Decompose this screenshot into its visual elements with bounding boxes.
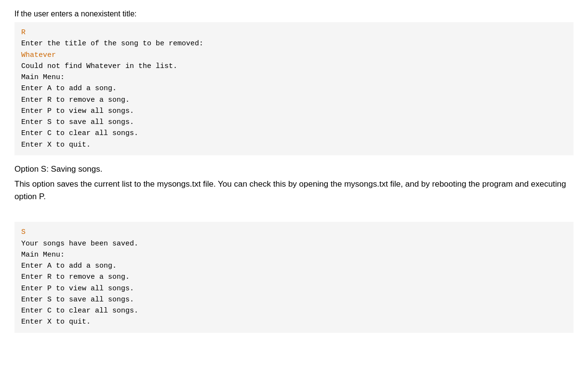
section2-code-enter-s: Enter S to save all songs.: [21, 294, 567, 305]
section1-code-enter-p: Enter P to view all songs.: [21, 106, 567, 117]
section2-code-enter-r: Enter R to remove a song.: [21, 272, 567, 283]
section1-code-main-menu: Main Menu:: [21, 72, 567, 83]
section2-code-main-menu: Main Menu:: [21, 249, 567, 260]
section1-code-enter-s: Enter S to save all songs.: [21, 117, 567, 128]
section2-code-enter-x: Enter X to quit.: [21, 316, 567, 327]
section2-code-saved: Your songs have been saved.: [21, 238, 567, 249]
section1-code-user-input: Whatever: [21, 50, 567, 61]
section1-code-input-line: R: [21, 27, 567, 38]
section2-code-enter-c: Enter C to clear all songs.: [21, 305, 567, 316]
section2-code-enter-a: Enter A to add a song.: [21, 260, 567, 272]
section1-input-r: R: [21, 28, 26, 37]
section1-code-enter-x: Enter X to quit.: [21, 139, 567, 150]
section2-description: This option saves the current list to th…: [14, 178, 574, 203]
section1-code-prompt: Enter the title of the song to be remove…: [21, 38, 567, 49]
section2-description-block: Option S: Saving songs. This option save…: [14, 163, 574, 203]
section1-code-enter-a: Enter A to add a song.: [21, 83, 567, 94]
section1-code-block: R Enter the title of the song to be remo…: [14, 22, 574, 155]
section2-code-input-line: S: [21, 227, 567, 238]
section2-input-s: S: [21, 228, 26, 236]
section1-heading: If the user enters a nonexistent title:: [14, 10, 574, 18]
section2-code-block: S Your songs have been saved. Main Menu:…: [14, 222, 574, 332]
section1-code-not-found: Could not find Whatever in the list.: [21, 61, 567, 72]
section1-code-enter-r: Enter R to remove a song.: [21, 95, 567, 106]
section1-code-enter-c: Enter C to clear all songs.: [21, 128, 567, 139]
section1-whatever: Whatever: [21, 51, 56, 59]
section2-heading: Option S: Saving songs.: [14, 163, 574, 176]
section2-code-enter-p: Enter P to view all songs.: [21, 283, 567, 294]
